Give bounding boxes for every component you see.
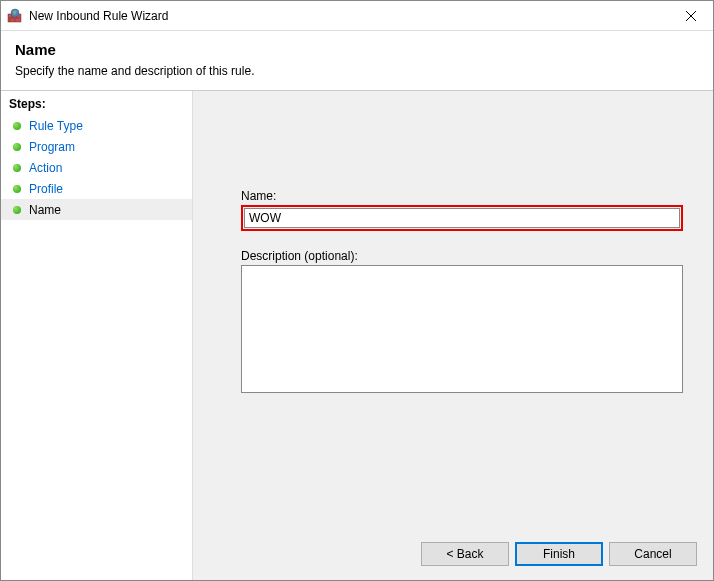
firewall-icon (7, 8, 23, 24)
page-description: Specify the name and description of this… (15, 64, 699, 78)
body: Steps: Rule Type Program Action Profile … (1, 91, 713, 580)
back-button[interactable]: < Back (421, 542, 509, 566)
description-label: Description (optional): (241, 249, 683, 263)
step-program[interactable]: Program (1, 136, 192, 157)
titlebar: New Inbound Rule Wizard (1, 1, 713, 31)
bullet-icon (13, 164, 21, 172)
step-name[interactable]: Name (1, 199, 192, 220)
bullet-icon (13, 206, 21, 214)
step-profile[interactable]: Profile (1, 178, 192, 199)
main-panel: Name: Description (optional): < Back Fin… (193, 91, 713, 580)
step-label: Name (29, 203, 61, 217)
close-button[interactable] (668, 1, 713, 30)
form-area: Name: Description (optional): (193, 91, 713, 396)
name-label: Name: (241, 189, 683, 203)
step-label: Rule Type (29, 119, 83, 133)
cancel-button[interactable]: Cancel (609, 542, 697, 566)
step-label: Profile (29, 182, 63, 196)
steps-title: Steps: (1, 95, 192, 115)
bullet-icon (13, 185, 21, 193)
step-label: Program (29, 140, 75, 154)
steps-sidebar: Steps: Rule Type Program Action Profile … (1, 91, 193, 580)
step-rule-type[interactable]: Rule Type (1, 115, 192, 136)
step-label: Action (29, 161, 62, 175)
wizard-window: New Inbound Rule Wizard Name Specify the… (0, 0, 714, 581)
finish-button[interactable]: Finish (515, 542, 603, 566)
header: Name Specify the name and description of… (1, 31, 713, 91)
name-input[interactable] (244, 208, 680, 228)
page-title: Name (15, 41, 699, 58)
bullet-icon (13, 143, 21, 151)
bullet-icon (13, 122, 21, 130)
description-input[interactable] (241, 265, 683, 393)
button-row: < Back Finish Cancel (421, 542, 697, 566)
step-action[interactable]: Action (1, 157, 192, 178)
window-title: New Inbound Rule Wizard (29, 9, 168, 23)
name-highlight (241, 205, 683, 231)
